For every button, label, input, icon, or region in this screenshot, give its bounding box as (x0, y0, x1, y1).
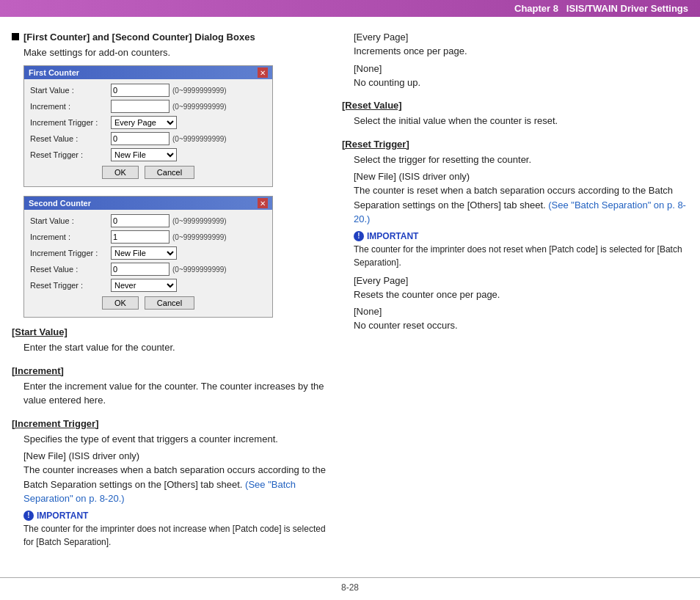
term-start-value: [Start Value] Enter the start value for … (12, 326, 327, 355)
dialog1-close-button[interactable]: ✕ (258, 67, 268, 78)
second-counter-dialog: Second Counter ✕ Start Value : (0~999999… (23, 196, 273, 318)
dialog2-row-resettrigger: Reset Trigger : Never (30, 279, 266, 292)
dialog1-range-increment: (0~9999999999) (172, 103, 227, 111)
right-none-label: [None] (354, 63, 688, 74)
important-box-right: ! IMPORTANT The counter for the imprinte… (354, 231, 688, 269)
right-reset-none-desc: No counter reset occurs. (354, 318, 688, 333)
dialog1-row-resettrigger: Reset Trigger : New File (30, 148, 266, 161)
important-label-right: ! IMPORTANT (354, 231, 688, 241)
dialog1-input-increment[interactable] (111, 100, 169, 113)
section-title: [First Counter] and [Second Counter] Dia… (12, 32, 327, 43)
right-column: [Every Page] Increments once per page. [… (342, 32, 688, 559)
important-desc-right: The counter for the imprinter does not r… (354, 243, 688, 269)
dialog2-label-resettrigger: Reset Trigger : (30, 281, 111, 290)
dialog1-select-resettrigger[interactable]: New File (111, 148, 177, 161)
dialog1-range-startvalue: (0~9999999999) (172, 87, 227, 95)
important-box-left: ! IMPORTANT The counter for the imprinte… (23, 511, 327, 549)
term-increment-desc: Enter the increment value for the counte… (23, 379, 327, 408)
dialog1-ok-button[interactable]: OK (102, 166, 139, 179)
main-content: [First Counter] and [Second Counter] Dia… (0, 17, 700, 588)
term-reset-trigger-label: [Reset Trigger] (342, 139, 688, 150)
term-start-value-desc: Enter the start value for the counter. (23, 340, 327, 355)
dialog2-range-resetvalue: (0~9999999999) (172, 266, 227, 274)
dialog2-label-startvalue: Start Value : (30, 216, 111, 225)
dialog2-range-increment: (0~9999999999) (172, 233, 227, 241)
term-reset-newfile-desc: The counter is reset when a batch separa… (354, 183, 688, 227)
dialog1-buttons: OK Cancel (30, 166, 266, 182)
dialog2-input-startvalue[interactable] (111, 214, 169, 227)
term-increment-trigger-label: [Increment Trigger] (12, 418, 327, 429)
dialog1-label-resetvalue: Reset Value : (30, 134, 111, 143)
dialog1-titlebar: First Counter ✕ (24, 66, 272, 79)
dialog1-row-startvalue: Start Value : (0~9999999999) (30, 84, 266, 97)
dialog2-label-inctrigger: Increment Trigger : (30, 249, 111, 257)
header-chapter: Chapter 8 (514, 3, 558, 14)
dialog2-input-resetvalue[interactable] (111, 263, 169, 276)
dialog2-select-resettrigger[interactable]: Never (111, 279, 177, 292)
right-everypage-section: [Every Page] Increments once per page. [… (342, 32, 688, 89)
dialog1-row-inctrigger: Increment Trigger : Every Page (30, 116, 266, 129)
term-increment-trigger-desc: Specifies the type of event that trigger… (23, 432, 327, 447)
right-reset-everypage-desc: Resets the counter once per page. (354, 288, 688, 302)
important-text-label-left: IMPORTANT (37, 511, 88, 521)
first-counter-dialog: First Counter ✕ Start Value : (0~9999999… (23, 65, 273, 187)
dialog1-label-inctrigger: Increment Trigger : (30, 118, 111, 127)
dialog1-row-increment: Increment : (0~9999999999) (30, 100, 266, 113)
dialog1-input-startvalue[interactable] (111, 84, 169, 97)
dialog2-row-increment: Increment : (0~9999999999) (30, 230, 266, 244)
dialog1-row-resetvalue: Reset Value : (0~9999999999) (30, 132, 266, 145)
important-desc-left: The counter for the imprinter does not i… (23, 522, 327, 549)
page-number: 8-28 (341, 582, 359, 593)
important-icon-left: ! (23, 511, 34, 521)
term-reset-value-label: [Reset Value] (342, 100, 688, 111)
header-title: ISIS/TWAIN Driver Settings (566, 3, 688, 14)
dialog2-body: Start Value : (0~9999999999) Increment :… (24, 210, 272, 317)
term-reset-trigger: [Reset Trigger] Select the trigger for r… (342, 139, 688, 333)
dialog1-range-resetvalue: (0~9999999999) (172, 135, 227, 143)
dialog1-cancel-button[interactable]: Cancel (145, 166, 194, 179)
dialog1-body: Start Value : (0~9999999999) Increment :… (24, 79, 272, 186)
dialog1-label-startvalue: Start Value : (30, 86, 111, 95)
dialog1-label-increment: Increment : (30, 102, 111, 111)
right-reset-everypage-label: [Every Page] (354, 275, 688, 286)
dialog1-input-resetvalue[interactable] (111, 132, 169, 145)
link-batch-sep-right[interactable]: (See "Batch Separation" on p. 8-20.) (354, 200, 686, 225)
dialog2-close-button[interactable]: ✕ (258, 198, 268, 208)
right-reset-none-label: [None] (354, 306, 688, 317)
section-intro: Make settings for add-on counters. (23, 47, 327, 58)
dialog2-select-inctrigger[interactable]: New File (111, 246, 177, 260)
important-text-label-right: IMPORTANT (367, 231, 418, 241)
important-icon-right: ! (354, 231, 364, 241)
dialog2-titlebar: Second Counter ✕ (24, 197, 272, 210)
dialog2-range-startvalue: (0~9999999999) (172, 217, 227, 225)
right-everypage-label: [Every Page] (354, 32, 688, 43)
term-reset-value: [Reset Value] Select the initial value w… (342, 100, 688, 128)
term-increment-trigger: [Increment Trigger] Specifies the type o… (12, 418, 327, 549)
dialog2-input-increment[interactable] (111, 230, 169, 244)
term-reset-trigger-desc: Select the trigger for resetting the cou… (354, 153, 688, 167)
section-title-text: [First Counter] and [Second Counter] Dia… (23, 32, 255, 43)
term-reset-value-desc: Select the initial value when the counte… (354, 114, 688, 128)
term-reset-newfile-label: [New File] (ISIS driver only) (354, 171, 688, 182)
dialog2-label-resetvalue: Reset Value : (30, 265, 111, 274)
dialog2-row-inctrigger: Increment Trigger : New File (30, 246, 266, 260)
footer: 8-28 (0, 577, 700, 593)
dialog2-buttons: OK Cancel (30, 296, 266, 312)
link-batch-sep-left[interactable]: (See "Batch Separation" on p. 8-20.) (23, 479, 296, 505)
dialog1-select-inctrigger[interactable]: Every Page (111, 116, 177, 129)
dialog1-label-resettrigger: Reset Trigger : (30, 150, 111, 159)
dialog2-ok-button[interactable]: OK (102, 296, 139, 310)
term-increment-newfile-label: [New File] (ISIS driver only) (23, 450, 327, 461)
dialog2-label-increment: Increment : (30, 233, 111, 241)
right-none-desc: No counting up. (354, 76, 688, 90)
dialog1-title: First Counter (29, 68, 79, 77)
dialog2-title: Second Counter (29, 199, 91, 208)
important-label-left: ! IMPORTANT (23, 511, 327, 521)
dialog2-row-resetvalue: Reset Value : (0~9999999999) (30, 263, 266, 276)
left-column: [First Counter] and [Second Counter] Dia… (12, 32, 327, 559)
bullet-icon (12, 33, 19, 40)
term-increment-newfile-desc: The counter increases when a batch separ… (23, 463, 327, 506)
term-start-value-label: [Start Value] (12, 326, 327, 337)
right-everypage-desc: Increments once per page. (354, 44, 688, 59)
dialog2-cancel-button[interactable]: Cancel (145, 296, 194, 310)
